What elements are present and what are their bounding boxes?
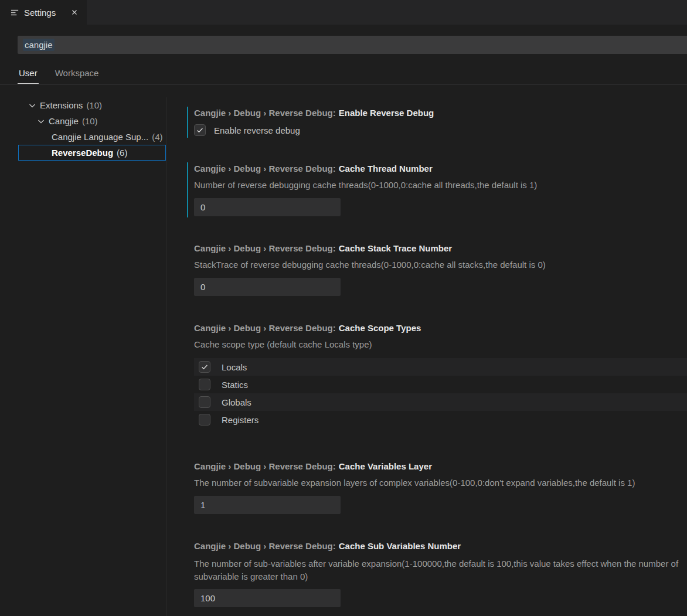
settings-list: Cangjie › Debug › Reverse Debug:Enable R… <box>166 97 687 616</box>
setting-description-line1: The number of sub-variables after variab… <box>194 557 687 570</box>
chevron-down-icon[interactable] <box>36 117 46 126</box>
checkbox-row: Enable reverse debug <box>194 124 687 137</box>
toc-item-cangjie[interactable]: Cangjie (10) <box>0 113 166 129</box>
setting-cache-thread-number: Cangjie › Debug › Reverse Debug:Cache Th… <box>166 164 687 219</box>
setting-cache-sub-variables-number: Cangjie › Debug › Reverse Debug:Cache Su… <box>166 541 687 610</box>
search-query-text: cangjie <box>23 39 55 51</box>
setting-category: Cangjie › Debug › Reverse Debug: <box>194 323 336 333</box>
modified-indicator <box>187 162 188 217</box>
scope-types-list: Locals Statics Globals Registers <box>194 358 687 428</box>
setting-description: StackTrace of reverse debugging cache th… <box>194 260 687 270</box>
toc-item-count: (4) <box>152 132 162 142</box>
setting-title: Cangjie › Debug › Reverse Debug:Cache Th… <box>194 164 687 174</box>
toc-item-reversedebug[interactable]: ReverseDebug (6) <box>18 145 166 161</box>
header-divider <box>0 84 687 85</box>
setting-enable-reverse-debug: Cangjie › Debug › Reverse Debug:Enable R… <box>166 108 687 139</box>
tab-workspace[interactable]: Workspace <box>54 67 100 84</box>
input-cache-thread-number[interactable] <box>194 198 341 216</box>
tab-title: Settings <box>24 8 56 18</box>
checkbox-locals[interactable] <box>199 361 210 373</box>
setting-name: Cache Variables Layer <box>339 461 432 471</box>
setting-category: Cangjie › Debug › Reverse Debug: <box>194 164 336 173</box>
toc-item-cangjie-language-support[interactable]: Cangjie Language Sup... (4) <box>0 129 166 145</box>
setting-name: Cache Scope Types <box>339 323 421 333</box>
list-item-locals: Locals <box>194 358 687 376</box>
option-label: Registers <box>222 415 259 425</box>
tab-settings[interactable]: Settings <box>0 0 87 25</box>
setting-title: Cangjie › Debug › Reverse Debug:Cache Va… <box>194 461 687 472</box>
setting-name: Enable Reverse Debug <box>339 108 434 118</box>
checkbox-statics[interactable] <box>199 379 210 390</box>
settings-tune-icon <box>11 8 19 17</box>
setting-title: Cangjie › Debug › Reverse Debug:Cache Su… <box>194 541 687 552</box>
toc-item-count: (10) <box>86 100 102 110</box>
setting-category: Cangjie › Debug › Reverse Debug: <box>194 243 336 253</box>
editor-tab-bar: Settings <box>0 0 687 25</box>
setting-description: Cache scope type (default cache Locals t… <box>194 339 687 350</box>
setting-name: Cache Thread Number <box>339 164 433 173</box>
setting-cache-stack-trace-number: Cangjie › Debug › Reverse Debug:Cache St… <box>166 243 687 298</box>
input-cache-variables-layer[interactable] <box>194 496 341 514</box>
toc-item-label: Cangjie <box>49 116 79 126</box>
toc-item-count: (10) <box>82 116 98 126</box>
settings-search-input[interactable]: cangjie <box>18 36 687 54</box>
input-cache-sub-variables-number[interactable] <box>194 589 341 607</box>
close-icon[interactable] <box>69 6 80 18</box>
toc-item-label: ReverseDebug <box>52 148 113 158</box>
list-item-globals: Globals <box>194 393 687 411</box>
setting-category: Cangjie › Debug › Reverse Debug: <box>194 541 336 551</box>
toc-item-label: Cangjie Language Sup... <box>52 132 148 142</box>
option-label: Globals <box>222 397 251 407</box>
setting-title: Cangjie › Debug › Reverse Debug:Enable R… <box>194 108 687 118</box>
checkbox-enable-reverse-debug[interactable] <box>194 124 206 136</box>
option-label: Locals <box>222 362 247 372</box>
chevron-down-icon[interactable] <box>28 101 37 110</box>
setting-description: The number of subvariable expansion laye… <box>194 478 687 488</box>
setting-description-line2: subvariable is greater than 0) <box>194 570 687 583</box>
list-item-registers: Registers <box>194 411 687 428</box>
setting-name: Cache Sub Variables Number <box>339 541 461 551</box>
toc-item-extensions[interactable]: Extensions (10) <box>0 97 166 113</box>
setting-name: Cache Stack Trace Number <box>339 243 452 253</box>
option-label: Statics <box>222 380 248 390</box>
tab-user[interactable]: User <box>18 67 39 84</box>
input-cache-stack-trace-number[interactable] <box>194 278 341 296</box>
list-item-statics: Statics <box>194 376 687 393</box>
setting-title: Cangjie › Debug › Reverse Debug:Cache Sc… <box>194 323 687 333</box>
setting-cache-scope-types: Cangjie › Debug › Reverse Debug:Cache Sc… <box>166 323 687 431</box>
setting-title: Cangjie › Debug › Reverse Debug:Cache St… <box>194 243 687 254</box>
setting-cache-variables-layer: Cangjie › Debug › Reverse Debug:Cache Va… <box>166 461 687 516</box>
setting-category: Cangjie › Debug › Reverse Debug: <box>194 108 336 118</box>
settings-scope-tabs: User Workspace <box>18 67 100 84</box>
checkbox-label: Enable reverse debug <box>214 125 300 135</box>
modified-indicator <box>187 107 188 138</box>
setting-description: Number of reverse debugging cache thread… <box>194 180 687 190</box>
checkbox-registers[interactable] <box>199 414 210 426</box>
toc-item-label: Extensions <box>40 100 83 110</box>
setting-category: Cangjie › Debug › Reverse Debug: <box>194 461 336 471</box>
settings-toc: Extensions (10) Cangjie (10) Cangjie Lan… <box>0 97 166 616</box>
toc-item-count: (6) <box>117 148 127 158</box>
checkbox-globals[interactable] <box>199 396 210 408</box>
